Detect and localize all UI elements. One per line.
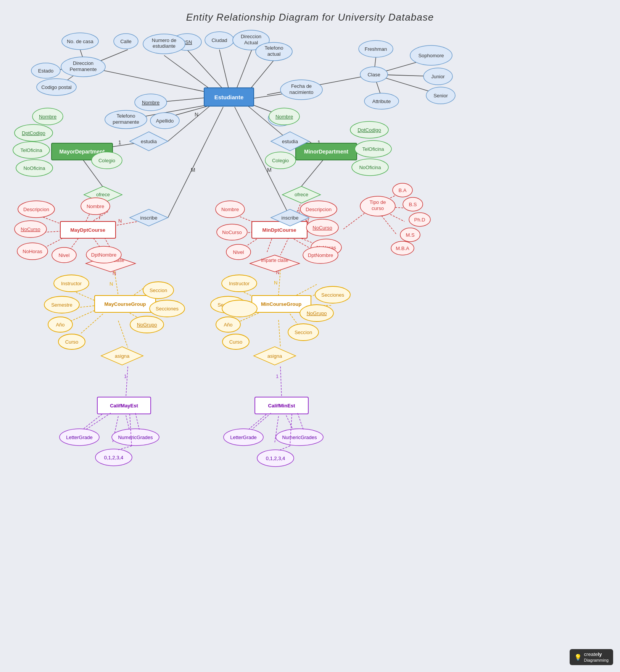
diagram-container: Entity Relationship Diagram for Universi… [0,0,620,672]
attr-no-de-casa-label: No. de casa [67,39,93,44]
attr-min-instructor-label: Instructor [229,281,250,286]
entity-estudiante-label: Estudiante [214,94,244,100]
diamond-estudia-right-label: estudia [282,139,298,144]
svg-line-51 [118,321,128,347]
attr-direccion-permanente-label2: Permanente [70,66,97,72]
svg-line-32 [301,158,324,186]
attr-bs-label: B.S [409,202,417,207]
attr-attribute-label: Attribute [372,99,391,104]
svg-line-102 [80,314,103,334]
entity-may-dpt-course-label: MayDptCourse [70,227,105,233]
attr-ciudad-label: Ciudad [211,37,227,43]
entity-min-course-group-label: MinCourseGroup [261,301,301,307]
svg-text:N: N [274,280,277,286]
attr-numero-estudiante-label2: estudiante [153,43,176,49]
attr-min-no-curso2-label: NoCurso [222,229,242,235]
attr-calle-label: Calle [120,39,132,44]
svg-line-118 [252,413,271,430]
attr-min-nombre-label: Nombre [221,207,239,212]
svg-line-121 [279,446,290,451]
svg-text:N: N [118,218,122,224]
entity-may-course-group-label: MayCourseGroup [104,301,146,307]
entity-min-dpt-course-label: MinDptCourse [262,227,296,233]
svg-line-7 [248,59,275,92]
attr-may-instructor-label: Instructor [61,281,82,286]
attr-mayor-tel-oficina-label: TelOficina [20,147,42,153]
entity-calif-may-est-label: CalifMayEst [110,403,138,409]
attr-may-no-horas-label: NoHoras [23,249,42,254]
attr-telefono-actual-label2: actual [267,51,281,57]
attr-min-no-grupo-label: NoGrupo [307,310,327,316]
bulb-icon: 💡 [574,654,582,661]
svg-text:1: 1 [118,139,121,145]
attr-telefono-permanente-label2: permanente [113,119,139,125]
svg-line-70 [90,136,105,143]
svg-text:1: 1 [124,373,127,379]
svg-line-113 [294,284,317,297]
diamond-asigna-right-label: asigna [267,353,282,359]
attr-min-dpt-nombre-label: DptNombre [308,252,333,258]
svg-line-75 [328,126,340,143]
svg-line-5 [219,50,229,90]
creately-badge: 💡 createlyDiagramming [570,649,613,665]
attr-direccion-actual-label: Direccion [241,34,261,39]
svg-line-52 [126,367,128,397]
attr-telefono-actual-label: Telefono [264,45,283,51]
attr-min-letter-grade-label: LetterGrade [230,435,256,440]
attr-may-nombre-label: Nombre [87,204,104,209]
attr-min-numeric-grades-label: NumericGrades [282,435,317,440]
attr-mba-label: M.B.A [396,246,409,251]
attr-minor-dpt-codigo-label: DptCodigo [358,127,381,133]
attr-may-letter-grade-label: LetterGrade [66,435,92,440]
attr-min-curso-label: Curso [229,339,243,345]
diamond-inscribe-left-label: inscribe [140,215,158,221]
svg-text:M: M [191,167,195,173]
attr-mayor-dpt-codigo-label: DptCodigo [22,130,45,136]
attr-apellido-label: Apellido [156,118,174,124]
attr-fecha-nacimiento-label2: nacimiento [290,89,314,95]
attr-ba-label: B.A [399,187,407,193]
attr-clase-label: Clase [367,72,380,78]
attr-mayor-colegio-label: Colegio [98,158,115,163]
attr-mayor-no-oficina-label: NoOficina [23,165,45,171]
attr-freshman-label: Freshman [365,46,387,52]
attr-senior-label: Senior [433,93,448,99]
attr-may-semestre-label: Semestre [51,302,72,308]
attr-min-secciones-right-label: Secciones [321,292,344,298]
svg-line-69 [74,126,78,143]
svg-text:N: N [110,281,113,287]
attr-codigo-postal-label: Codigo postal [41,84,72,90]
attr-sophomore-label: Sophomore [418,53,444,58]
attr-may-no-curso-label: NoCurso [21,226,40,232]
svg-line-55 [279,320,280,347]
attr-minor-tel-oficina-label: TelOficina [362,146,384,152]
attr-numero-estudiante-label: Numero de [152,37,176,43]
svg-line-6 [237,50,252,89]
attr-may-nivel-label: Nivel [59,252,70,258]
attr-may-seccion-label: Seccion [150,288,167,293]
attr-min-seccion-label: Seccion [295,330,312,335]
attr-phd-label: Ph.D [414,217,425,223]
attr-may-ano-label: Año [56,322,64,328]
attr-may-numeric-grades-label: NumericGrades [118,435,153,440]
attr-minor-nombre-label: Nombre [275,114,293,120]
creately-text: createlyDiagramming [584,651,609,663]
svg-line-56 [280,367,282,397]
attr-mayor-nombre-label: Nombre [39,114,56,120]
attr-minor-colegio-label: Colegio [272,158,289,163]
diamond-ofrece-right-label: ofrece [295,192,308,197]
diamond-imparte-clase-right-label: imparte clase [261,258,288,263]
attr-may-no-grupo-label: NoGrupo [137,322,157,328]
svg-text:1: 1 [276,373,279,379]
svg-line-16 [86,67,214,94]
attr-may-curso-label: Curso [65,339,79,345]
er-diagram-svg: N 1 N 1 1 1 M N M N [0,0,620,672]
attr-may-dpt-nombre-label: DptNombre [91,252,116,258]
svg-line-119 [298,413,303,430]
diamond-estudia-left-label: estudia [141,139,157,144]
attr-min-ano-label: Año [224,322,232,328]
svg-text:N: N [195,111,198,118]
attr-min-descripcion-label: Descripcion [306,207,332,212]
svg-line-4 [164,55,214,92]
attr-direccion-actual-label2: Actual [244,40,258,45]
